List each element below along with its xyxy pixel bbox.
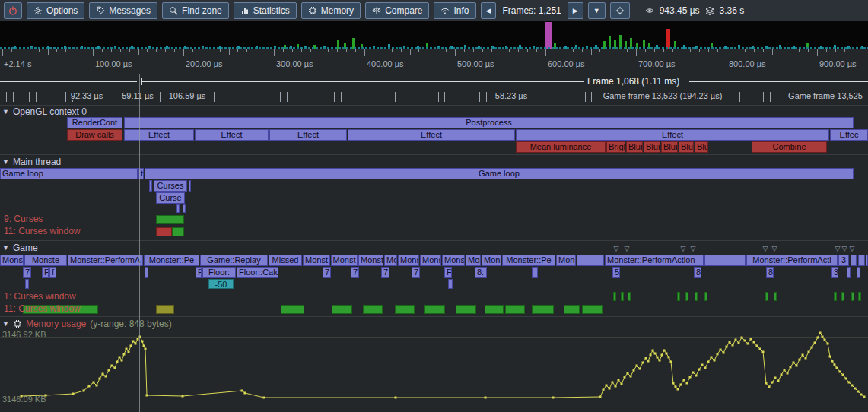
plot-bar[interactable] xyxy=(456,305,476,314)
zone[interactable]: 7 xyxy=(412,267,420,278)
frame-marker-icon[interactable]: ▽ xyxy=(835,246,841,252)
plot-bar[interactable] xyxy=(628,292,631,301)
zone[interactable]: f xyxy=(49,267,56,278)
frame-marker-icon[interactable]: ▽ xyxy=(691,246,696,252)
plot-bar[interactable] xyxy=(281,305,304,314)
frame-dropdown-button[interactable]: ▼ xyxy=(588,2,606,19)
statistics-button[interactable]: Statistics xyxy=(234,2,297,19)
zone[interactable]: Game loop xyxy=(145,168,854,179)
zone[interactable] xyxy=(183,204,186,213)
zone[interactable] xyxy=(189,180,191,192)
locate-frame-button[interactable] xyxy=(610,2,630,19)
zone[interactable]: Monste xyxy=(442,255,465,266)
zone[interactable]: Curse xyxy=(156,192,185,204)
thread-header-opengl[interactable]: ▼OpenGL context 0 xyxy=(2,106,87,116)
zone[interactable]: Effec xyxy=(830,129,868,141)
zone[interactable]: Monster::PerformActi xyxy=(746,255,838,266)
plot-bar[interactable] xyxy=(582,305,603,314)
plot-bar[interactable] xyxy=(532,305,554,314)
zone[interactable]: Blur xyxy=(695,141,708,153)
zone[interactable]: Floor::Calc xyxy=(237,267,278,278)
zone[interactable]: Game::Replay xyxy=(200,255,268,266)
thread-header-main[interactable]: ▼Main thread xyxy=(2,157,61,166)
zone[interactable]: Mons xyxy=(466,255,481,266)
zone[interactable]: Monst xyxy=(331,255,358,266)
plot-bar[interactable] xyxy=(677,292,680,301)
zone[interactable]: 8 xyxy=(694,267,701,278)
frame-marker-icon[interactable]: ▽ xyxy=(625,246,630,252)
frame-marker-icon[interactable]: ▽ xyxy=(681,246,686,252)
thread-header-game[interactable]: ▼Game xyxy=(2,242,38,252)
zone[interactable] xyxy=(857,267,860,278)
plot-bar[interactable] xyxy=(156,227,172,236)
zone[interactable]: Postprocess xyxy=(124,117,854,128)
plot-bar[interactable] xyxy=(564,305,580,314)
options-button[interactable]: Options xyxy=(27,2,84,19)
plot-bar[interactable] xyxy=(851,292,854,301)
frame-marker-icon[interactable]: ▽ xyxy=(763,246,768,252)
plot-bar[interactable] xyxy=(363,305,383,314)
messages-button[interactable]: Messages xyxy=(89,2,157,19)
zone[interactable]: Monste xyxy=(482,255,501,266)
zone[interactable]: Draw calls xyxy=(67,129,122,141)
zone[interactable]: Monst xyxy=(398,255,419,266)
zone[interactable] xyxy=(704,255,746,266)
frame-marker-icon[interactable]: ▽ xyxy=(614,246,619,252)
plot-bar[interactable] xyxy=(774,292,777,301)
plot-bar[interactable] xyxy=(172,227,184,236)
zone[interactable]: 5 xyxy=(612,267,620,278)
plot-bar[interactable] xyxy=(156,215,184,224)
zone[interactable]: Monst xyxy=(303,255,330,266)
next-frame-button[interactable]: ▶ xyxy=(568,2,583,19)
zone[interactable]: F xyxy=(444,267,452,278)
plot-bar[interactable] xyxy=(485,305,504,314)
frame-marker-icon[interactable]: ▽ xyxy=(842,246,847,252)
zone[interactable] xyxy=(176,204,180,213)
zone[interactable]: Brigh xyxy=(606,141,625,153)
zone[interactable]: Monste xyxy=(24,255,67,266)
zone[interactable]: Floor: xyxy=(202,267,236,278)
plot-bar[interactable] xyxy=(613,292,616,301)
zone[interactable]: 3 xyxy=(838,255,849,266)
zone[interactable]: Monster::PerformA xyxy=(68,255,143,266)
zone[interactable]: Combine xyxy=(752,141,827,153)
zone[interactable] xyxy=(847,267,851,278)
zone[interactable]: Monster::Pe xyxy=(144,255,199,266)
zone[interactable] xyxy=(851,255,857,266)
zone[interactable]: Effect xyxy=(124,129,194,141)
zone[interactable]: Game loop xyxy=(0,168,138,179)
plot-bar[interactable] xyxy=(858,292,861,301)
zone[interactable]: Monster::PerformAction xyxy=(605,255,704,266)
plot-bar[interactable] xyxy=(332,305,352,314)
zone[interactable]: Mons xyxy=(556,255,576,266)
zone[interactable]: RenderCont xyxy=(67,117,122,128)
zone[interactable]: Missed xyxy=(269,255,302,266)
zone[interactable]: 3 xyxy=(831,267,838,278)
zone[interactable] xyxy=(25,279,29,289)
zone[interactable]: Blur xyxy=(644,141,660,153)
zone[interactable]: F xyxy=(196,267,202,278)
plot-bar[interactable] xyxy=(424,305,445,314)
zone[interactable]: Blur xyxy=(679,141,694,153)
zone[interactable]: 7 xyxy=(23,267,31,278)
prev-frame-button[interactable]: ◀ xyxy=(481,2,497,19)
zone[interactable] xyxy=(858,255,865,266)
plot-bar[interactable] xyxy=(395,305,415,314)
zone[interactable] xyxy=(145,267,148,278)
zone[interactable]: 8: xyxy=(475,267,487,278)
zone[interactable]: Blur xyxy=(661,141,678,153)
zone[interactable]: -50 xyxy=(208,279,234,289)
plot-name[interactable]: 11: Curses window xyxy=(4,303,81,314)
plot-bar[interactable] xyxy=(505,305,525,314)
zone[interactable]: Effect xyxy=(348,129,515,141)
frame-marker-icon[interactable]: ▽ xyxy=(850,246,855,252)
zone[interactable]: Monst xyxy=(358,255,383,266)
plot-bar[interactable] xyxy=(834,292,837,301)
plot-bar[interactable] xyxy=(695,292,698,301)
zone[interactable]: Mean luminance xyxy=(516,141,606,153)
zone[interactable]: Monste xyxy=(0,255,24,266)
zone[interactable] xyxy=(532,267,538,278)
zone[interactable]: F xyxy=(42,267,49,278)
plot-bar[interactable] xyxy=(621,292,624,301)
info-button[interactable]: Info xyxy=(434,2,475,19)
